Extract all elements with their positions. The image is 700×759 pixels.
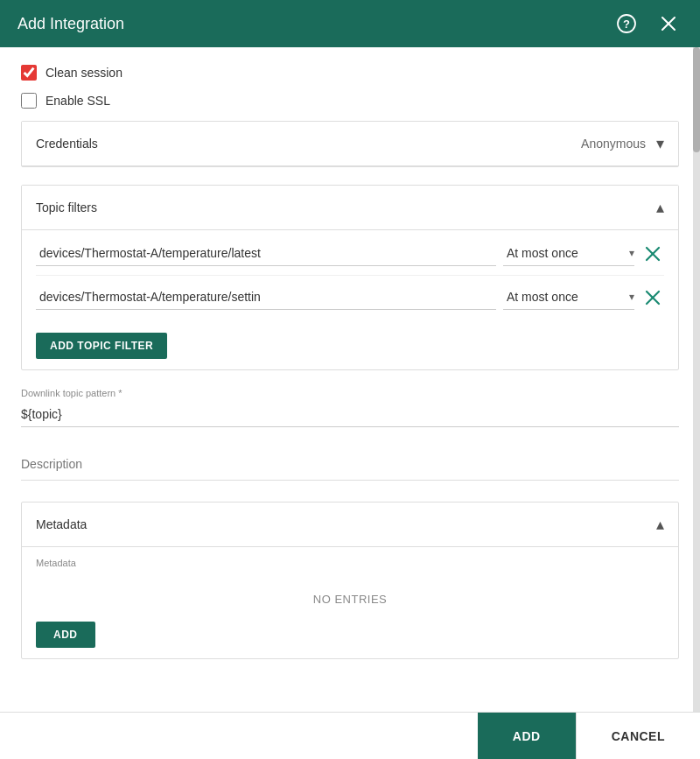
scrollbar-track [693,47,700,712]
add-button[interactable]: ADD [478,713,576,760]
description-input[interactable] [21,448,679,481]
credentials-header[interactable]: Credentials Anonymous ▾ [22,122,678,166]
metadata-add-button[interactable]: ADD [36,622,95,648]
topic-filter-input-1[interactable] [36,241,496,266]
clean-session-label: Clean session [46,66,122,80]
metadata-inner-label: Metadata [36,558,664,568]
topic-filters-body: At most once At least once Exactly once … [22,230,678,369]
clean-session-checkbox[interactable] [21,65,37,81]
close-button[interactable] [654,10,682,38]
topic-filter-row: At most once At least once Exactly once … [36,285,664,319]
qos-select-2[interactable]: At most once At least once Exactly once [503,285,629,309]
no-entries-text: NO ENTRIES [36,575,664,615]
enable-ssl-checkbox[interactable] [21,93,37,109]
qos-arrow-icon-1: ▾ [629,247,634,259]
metadata-chevron-icon: ▴ [656,515,664,534]
dialog-header: Add Integration ? [0,0,700,47]
add-topic-filter-button[interactable]: ADD TOPIC FILTER [36,333,167,359]
dialog-body: Clean session Enable SSL Credentials Ano… [0,47,700,712]
topic-remove-button-2[interactable] [641,286,664,309]
scrollbar-thumb[interactable] [693,47,700,152]
credentials-panel: Credentials Anonymous ▾ [21,121,679,167]
description-group [21,448,679,481]
credentials-label: Credentials [36,137,98,151]
dialog-title: Add Integration [18,15,124,33]
enable-ssl-label: Enable SSL [46,94,110,108]
cancel-button[interactable]: CANCEL [576,713,700,760]
metadata-label: Metadata [36,517,87,531]
downlink-topic-group: Downlink topic pattern * [21,388,679,427]
help-button[interactable]: ? [612,10,640,38]
downlink-topic-input[interactable] [21,402,679,427]
credentials-chevron-icon: ▾ [656,134,664,153]
metadata-panel: Metadata ▴ Metadata NO ENTRIES ADD [21,502,679,659]
credentials-right: Anonymous ▾ [581,134,664,153]
svg-text:?: ? [623,18,630,31]
topic-select-wrapper-1: At most once At least once Exactly once … [503,241,634,266]
metadata-header[interactable]: Metadata ▴ [22,502,678,547]
qos-arrow-icon-2: ▾ [629,291,634,303]
topic-filters-chevron-icon: ▴ [656,198,664,217]
dialog-footer: ADD CANCEL [0,712,700,759]
clean-session-row: Clean session [21,65,679,81]
topic-filter-row: At most once At least once Exactly once … [36,241,664,276]
downlink-topic-label: Downlink topic pattern * [21,388,679,398]
qos-select-1[interactable]: At most once At least once Exactly once [503,241,629,265]
header-actions: ? [612,10,682,38]
topic-filters-panel: Topic filters ▴ At most once At least on… [21,185,679,370]
enable-ssl-row: Enable SSL [21,93,679,109]
topic-filter-input-2[interactable] [36,285,496,310]
topic-select-wrapper-2: At most once At least once Exactly once … [503,285,634,310]
credentials-value: Anonymous [581,137,646,151]
metadata-body: Metadata NO ENTRIES ADD [22,547,678,658]
topic-remove-button-1[interactable] [641,242,664,265]
topic-filters-label: Topic filters [36,200,97,214]
dialog: Add Integration ? Clean session [0,0,700,759]
topic-filters-header[interactable]: Topic filters ▴ [22,186,678,230]
